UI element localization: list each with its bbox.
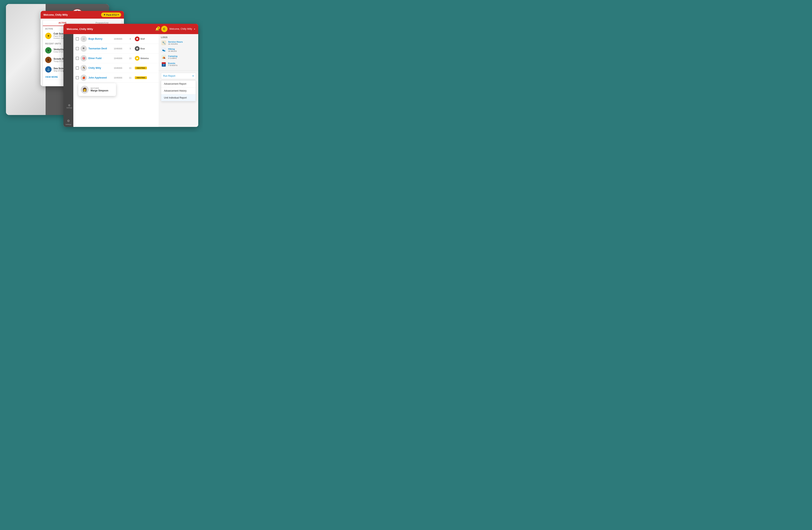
cub-scouts-icon: ⚜: [45, 33, 52, 39]
run-report-chevron-icon: ▾: [192, 74, 194, 77]
svg-text:⛺: ⛺: [162, 56, 166, 59]
row-checkbox[interactable]: [76, 76, 79, 79]
rank-text: Wolf: [140, 38, 145, 40]
row-checkbox[interactable]: [76, 37, 79, 41]
rank-text: Bear: [140, 47, 145, 50]
avatar: 🐰: [81, 36, 87, 42]
settings-label: Settings: [66, 124, 71, 125]
events-value: 7 EVENTS: [168, 65, 178, 67]
member-num: 10: [127, 57, 133, 59]
service-hours-info: Service Hours 16 HOURS: [168, 41, 183, 45]
sea-scouts-icon: ⚓: [45, 66, 52, 73]
hiking-link[interactable]: Hiking: [168, 48, 177, 50]
report-item-history[interactable]: Advancement History: [161, 87, 196, 95]
header-right: 🔔 5 C Welcome, Chilly Willy ▾: [155, 26, 195, 32]
dashboard-card: Welcome, Chilly Willy 🔔 5 C Welcome, Chi…: [63, 24, 198, 127]
mother-avatar: 👩: [81, 86, 89, 94]
mother-label: MOTHER: [91, 87, 108, 89]
events-info: Events 7 EVENTS: [168, 62, 178, 67]
service-hours-icon: 🔧: [161, 40, 166, 46]
rank-badge: Wolf: [135, 37, 145, 41]
logs-section: LOGS 🔧 Service Hours 16 HOURS: [159, 34, 198, 71]
dashboard-header: Welcome, Chilly Willy 🔔 5 C Welcome, Chi…: [63, 24, 198, 34]
svg-text:7: 7: [163, 64, 164, 66]
dashboard-main: 🐰 Bugs Bunny 1646666 8 Wolf 🌪 Tasmanian …: [73, 34, 198, 127]
member-name[interactable]: Tasmanian Devil: [88, 47, 112, 50]
report-item-unit-individual[interactable]: Unit Individual Report: [161, 95, 196, 101]
hiking-icon: 👟: [161, 47, 166, 53]
log-item-events: 7 Events 7 EVENTS: [161, 61, 196, 67]
svg-rect-20: [162, 62, 166, 64]
member-num: 9: [127, 47, 133, 50]
rank-icon: [135, 37, 140, 41]
run-report-label: Run Report: [163, 74, 175, 77]
table-row: 🌪 Tasmanian Devil 1646666 9 Bear: [73, 44, 159, 54]
row-checkbox[interactable]: [76, 47, 79, 50]
user-avatar[interactable]: C: [161, 26, 168, 32]
member-id: 1646666: [114, 38, 126, 40]
decorative-background: [6, 4, 46, 115]
avatar: 🐧: [81, 65, 87, 71]
table-row: 🐰 Bugs Bunny 1646666 8 Wolf: [73, 34, 159, 44]
dashboard-welcome: Welcome, Chilly Willy: [67, 28, 93, 30]
awaiting-badge: AWAITING: [135, 76, 147, 79]
row-checkbox[interactable]: [76, 57, 79, 60]
log-item-hiking: 👟 Hiking 15 MILES: [161, 47, 196, 53]
avatar-chevron-icon[interactable]: ▾: [194, 28, 195, 30]
awaiting-badge: AWAITING: [135, 67, 147, 69]
table-row: 🎯 Elmer Fudd 1646666 10 Webelos: [73, 54, 159, 63]
svg-text:🔧: 🔧: [162, 41, 166, 45]
avatar: 🎯: [81, 55, 87, 61]
row-checkbox[interactable]: [76, 67, 79, 70]
member-name[interactable]: Chilly Willy: [88, 67, 112, 69]
pack-label: Pack 0713: [106, 14, 117, 16]
member-list: 🐰 Bugs Bunny 1646666 8 Wolf 🌪 Tasmanian …: [73, 34, 159, 127]
camping-info: Camping 3 CAMPS: [168, 55, 177, 59]
report-item-advancement[interactable]: Advancement Report: [161, 81, 196, 87]
member-num: 8: [127, 38, 133, 40]
log-item-service: 🔧 Service Hours 16 HOURS: [161, 40, 196, 46]
svg-marker-11: [136, 57, 139, 59]
right-panel: LOGS 🔧 Service Hours 16 HOURS: [159, 34, 198, 127]
rank-icon: [135, 46, 140, 51]
sidebar-settings[interactable]: ⚙ Settings: [66, 119, 71, 125]
log-item-camping: ⛺ Camping 3 CAMPS: [161, 54, 196, 60]
pack-header: Welcome, Chilly Willy ⚜ Pack 0713 ▾: [41, 11, 124, 19]
member-id: 1646666: [114, 47, 126, 50]
settings-gear-icon: ⚙: [67, 119, 70, 123]
camping-link[interactable]: Camping: [168, 55, 177, 57]
member-num: 11: [127, 76, 133, 79]
hiking-value: 15 MILES: [168, 50, 177, 52]
report-section: Run Report ▾ Advancement Report Advancem…: [159, 71, 198, 103]
scouts-bsa-icon: S: [45, 57, 52, 63]
service-hours-value: 16 HOURS: [168, 43, 183, 45]
camping-icon: ⛺: [161, 54, 166, 60]
dashboard-username: Welcome, Chilly Willy: [170, 28, 192, 30]
notification-bell-wrap: 🔔 5: [155, 27, 159, 31]
dashboard-sidebar: ⚙ Settings: [63, 34, 73, 127]
member-name[interactable]: Elmer Fudd: [88, 57, 112, 60]
pack-selector-button[interactable]: ⚜ Pack 0713 ▾: [101, 13, 121, 17]
member-id: 1646666: [114, 57, 126, 59]
camping-value: 3 CAMPS: [168, 57, 177, 59]
rank-badge: Bear: [135, 46, 145, 51]
member-name[interactable]: Bugs Bunny: [88, 38, 112, 40]
settings-gear-icon-lower: ⚙: [68, 104, 71, 107]
events-link[interactable]: Events: [168, 62, 178, 65]
pack-icon: ⚜: [103, 14, 105, 16]
mother-card: 👩 MOTHER Marge Simpson: [78, 83, 116, 96]
hiking-info: Hiking 15 MILES: [168, 48, 177, 52]
rank-badge: Webelos: [135, 56, 149, 61]
avatar: 🌪: [81, 45, 87, 52]
run-report-button[interactable]: Run Report ▾: [161, 73, 196, 79]
sidebar-settings-lower[interactable]: ⚙ Settings: [67, 104, 72, 109]
member-id: 1646666: [114, 67, 126, 69]
service-hours-link[interactable]: Service Hours: [168, 41, 183, 43]
svg-text:👟: 👟: [162, 48, 166, 52]
bell-badge: 5: [157, 26, 160, 29]
venturing-icon: V: [45, 47, 52, 54]
svg-marker-9: [136, 38, 139, 40]
member-name[interactable]: John Appleseed: [88, 76, 112, 79]
rank-text: Webelos: [140, 57, 149, 59]
logs-title: LOGS: [161, 36, 196, 39]
